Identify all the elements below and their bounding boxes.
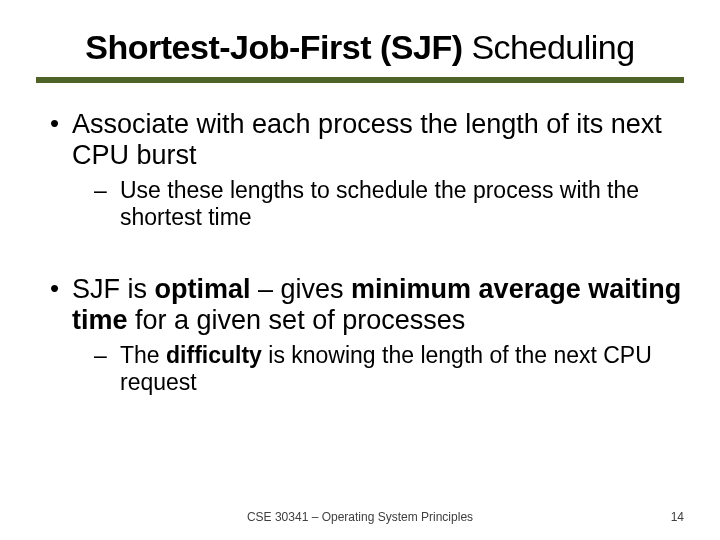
bullet-2-pre: SJF is xyxy=(72,274,155,304)
bullet-1-1: Use these lengths to schedule the proces… xyxy=(94,177,684,230)
slide: Shortest-Job-First (SJF) Scheduling Asso… xyxy=(0,0,720,540)
slide-title: Shortest-Job-First (SJF) Scheduling xyxy=(36,28,684,77)
bullet-list-2: SJF is optimal – gives minimum average w… xyxy=(36,274,684,395)
bullet-1: Associate with each process the length o… xyxy=(46,109,684,230)
spacer xyxy=(36,238,684,274)
title-rest: Scheduling xyxy=(462,28,634,66)
footer: CSE 30341 – Operating System Principles … xyxy=(0,510,720,524)
bullet-2-sublist: The difficulty is knowing the length of … xyxy=(72,342,684,395)
bullet-2-mid: – gives xyxy=(251,274,352,304)
bullet-2-1: The difficulty is knowing the length of … xyxy=(94,342,684,395)
bullet-list: Associate with each process the length o… xyxy=(36,109,684,230)
bullet-2-1-pre: The xyxy=(120,342,166,368)
bullet-2-1-bold: difficulty xyxy=(166,342,262,368)
bullet-1-1-text: Use these lengths to schedule the proces… xyxy=(120,177,639,229)
footer-page: 14 xyxy=(654,510,684,524)
footer-course: CSE 30341 – Operating System Principles xyxy=(66,510,654,524)
bullet-2-bold1: optimal xyxy=(155,274,251,304)
bullet-2-post: for a given set of processes xyxy=(128,305,466,335)
bullet-1-sublist: Use these lengths to schedule the proces… xyxy=(72,177,684,230)
title-bold: Shortest-Job-First (SJF) xyxy=(85,28,462,66)
bullet-2: SJF is optimal – gives minimum average w… xyxy=(46,274,684,395)
title-rule xyxy=(36,77,684,83)
bullet-1-text: Associate with each process the length o… xyxy=(72,109,662,170)
